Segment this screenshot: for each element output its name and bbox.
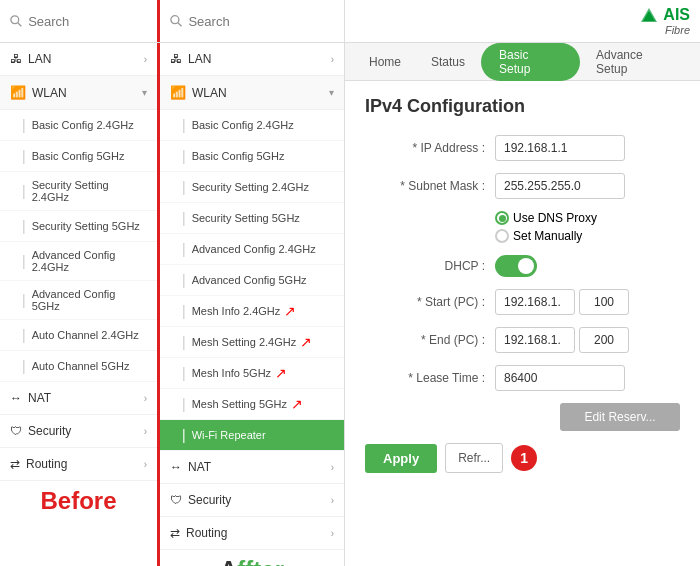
sidebar-item-security-after[interactable]: 🛡 Security › bbox=[160, 484, 344, 517]
start-pc-label: * Start (PC) : bbox=[365, 295, 485, 309]
sidebar-sub-security-5-after[interactable]: Security Setting 5GHz bbox=[160, 203, 344, 234]
sidebar-sub-autochan-5-before[interactable]: Auto Channel 5GHz bbox=[0, 351, 157, 382]
tab-basic-setup[interactable]: Basic Setup bbox=[481, 43, 580, 81]
nat-icon: ↔ bbox=[170, 460, 182, 474]
dns-options: Use DNS Proxy Set Manually bbox=[495, 211, 597, 243]
sidebar-sub-basic-24-before[interactable]: Basic Config 2.4GHz bbox=[0, 110, 157, 141]
lease-time-input[interactable] bbox=[495, 365, 625, 391]
dns-proxy-radio[interactable] bbox=[495, 211, 509, 225]
sidebar-item-lan-before[interactable]: 🖧 LAN › bbox=[0, 43, 157, 76]
sidebar-sub-autochan-24-before[interactable]: Auto Channel 2.4GHz bbox=[0, 320, 157, 351]
sidebar-lan-label: LAN bbox=[188, 52, 211, 66]
dropdown-arrow-icon: ▾ bbox=[329, 87, 334, 98]
dns-proxy-option[interactable]: Use DNS Proxy bbox=[495, 211, 597, 225]
arrow-red-icon: ↗ bbox=[300, 334, 312, 350]
dns-manually-label: Set Manually bbox=[513, 229, 582, 243]
routing-icon: ⇄ bbox=[10, 457, 20, 471]
security-icon: 🛡 bbox=[10, 424, 22, 438]
sub-item-label: Basic Config 2.4GHz bbox=[192, 119, 294, 131]
notification-badge: 1 bbox=[511, 445, 537, 471]
sidebar-item-wlan-before[interactable]: 📶 WLAN ▾ bbox=[0, 76, 157, 110]
sidebar-sub-basic-24-after[interactable]: Basic Config 2.4GHz bbox=[160, 110, 344, 141]
dns-row: Use DNS Proxy Set Manually bbox=[365, 211, 680, 243]
sidebar-lan-label: LAN bbox=[28, 52, 51, 66]
arrow-red-icon: ↗ bbox=[284, 303, 296, 319]
ip-address-label: * IP Address : bbox=[365, 141, 485, 155]
lan-icon: 🖧 bbox=[170, 52, 182, 66]
sidebar-sub-advanced-5-before[interactable]: Advanced Config 5GHz bbox=[0, 281, 157, 320]
sidebar-sub-advanced-5-after[interactable]: Advanced Config 5GHz bbox=[160, 265, 344, 296]
security-icon: 🛡 bbox=[170, 493, 182, 507]
sub-item-label: Basic Config 5GHz bbox=[32, 150, 125, 162]
search-input-right[interactable] bbox=[188, 14, 334, 29]
arrow-icon: › bbox=[144, 54, 147, 65]
search-right-container bbox=[160, 0, 345, 42]
label-after: A ffter bbox=[160, 550, 344, 566]
sidebar-item-security-before[interactable]: 🛡 Security › bbox=[0, 415, 157, 448]
sidebar-item-lan-after[interactable]: 🖧 LAN › bbox=[160, 43, 344, 76]
edit-reserv-button[interactable]: Edit Reserv... bbox=[560, 403, 680, 431]
label-before: Before bbox=[0, 481, 157, 521]
logo-ais-text: AIS bbox=[663, 6, 690, 24]
sidebar-sub-advanced-24-before[interactable]: Advanced Config 2.4GHz bbox=[0, 242, 157, 281]
sidebar-sub-mesh-setting-24-after[interactable]: Mesh Setting 2.4GHz ↗ bbox=[160, 327, 344, 358]
subnet-mask-row: * Subnet Mask : bbox=[365, 173, 680, 199]
sub-item-label: Security Setting 2.4GHz bbox=[192, 181, 309, 193]
dns-manually-radio[interactable] bbox=[495, 229, 509, 243]
arrow-icon: › bbox=[331, 528, 334, 539]
arrow-icon: › bbox=[144, 426, 147, 437]
sidebar-item-routing-after[interactable]: ⇄ Routing › bbox=[160, 517, 344, 550]
sidebar-nat-label: NAT bbox=[28, 391, 51, 405]
sidebar-item-nat-before[interactable]: ↔ NAT › bbox=[0, 382, 157, 415]
subnet-mask-input[interactable] bbox=[495, 173, 625, 199]
search-icon-right bbox=[170, 14, 182, 28]
sidebar-sub-advanced-24-after[interactable]: Advanced Config 2.4GHz bbox=[160, 234, 344, 265]
svg-point-2 bbox=[171, 16, 179, 24]
dhcp-label: DHCP : bbox=[365, 259, 485, 273]
refresh-button[interactable]: Refr... bbox=[445, 443, 503, 473]
config-title: IPv4 Configuration bbox=[365, 96, 680, 117]
sidebar-sub-security-24-after[interactable]: Security Setting 2.4GHz bbox=[160, 172, 344, 203]
sidebar-sub-wifi-repeater-after[interactable]: Wi-Fi Repeater bbox=[160, 420, 344, 451]
sub-item-label: Mesh Setting 2.4GHz bbox=[192, 336, 297, 348]
end-pc-prefix-input[interactable] bbox=[495, 327, 575, 353]
lan-icon: 🖧 bbox=[10, 52, 22, 66]
sidebar-wlan-label: WLAN bbox=[32, 86, 67, 100]
svg-line-3 bbox=[178, 23, 182, 27]
dhcp-toggle[interactable] bbox=[495, 255, 537, 277]
sidebar-sub-security-5-before[interactable]: Security Setting 5GHz bbox=[0, 211, 157, 242]
tab-status[interactable]: Status bbox=[417, 49, 479, 75]
nat-icon: ↔ bbox=[10, 391, 22, 405]
svg-point-0 bbox=[11, 16, 19, 24]
tab-advance-setup[interactable]: Advance Setup bbox=[582, 43, 690, 82]
sidebar-item-routing-before[interactable]: ⇄ Routing › bbox=[0, 448, 157, 481]
end-pc-inputs bbox=[495, 327, 629, 353]
start-pc-prefix-input[interactable] bbox=[495, 289, 575, 315]
subnet-mask-label: * Subnet Mask : bbox=[365, 179, 485, 193]
sidebar-sub-basic-5-after[interactable]: Basic Config 5GHz bbox=[160, 141, 344, 172]
sidebar-sub-mesh-setting-5-after[interactable]: Mesh Setting 5GHz ↗ bbox=[160, 389, 344, 420]
sidebar-sub-mesh-info-5-after[interactable]: Mesh Info 5GHz ↗ bbox=[160, 358, 344, 389]
sidebar-item-nat-after[interactable]: ↔ NAT › bbox=[160, 451, 344, 484]
sidebar-security-label: Security bbox=[28, 424, 71, 438]
end-pc-value-input[interactable] bbox=[579, 327, 629, 353]
sidebar-sub-mesh-info-24-after[interactable]: Mesh Info 2.4GHz ↗ bbox=[160, 296, 344, 327]
arrow-icon: › bbox=[144, 459, 147, 470]
ip-address-input[interactable] bbox=[495, 135, 625, 161]
config-panel: IPv4 Configuration * IP Address : * Subn… bbox=[345, 81, 700, 566]
sidebar-item-wlan-after[interactable]: 📶 WLAN ▾ bbox=[160, 76, 344, 110]
sidebar-before: 🖧 LAN › 📶 WLAN ▾ Basic Config 2.4GHz Bas… bbox=[0, 43, 160, 566]
sidebar-sub-security-24-before[interactable]: Security Setting 2.4GHz bbox=[0, 172, 157, 211]
end-pc-label: * End (PC) : bbox=[365, 333, 485, 347]
start-pc-value-input[interactable] bbox=[579, 289, 629, 315]
arrow-red-icon: ↗ bbox=[275, 365, 287, 381]
sub-item-label: Auto Channel 5GHz bbox=[32, 360, 130, 372]
sidebar-sub-basic-5-before[interactable]: Basic Config 5GHz bbox=[0, 141, 157, 172]
search-input-left[interactable] bbox=[28, 14, 147, 29]
sub-item-label: Basic Config 2.4GHz bbox=[32, 119, 134, 131]
sub-item-label: Wi-Fi Repeater bbox=[192, 429, 266, 441]
dns-manually-option[interactable]: Set Manually bbox=[495, 229, 597, 243]
apply-button[interactable]: Apply bbox=[365, 444, 437, 473]
sidebar-nat-label: NAT bbox=[188, 460, 211, 474]
tab-home[interactable]: Home bbox=[355, 49, 415, 75]
